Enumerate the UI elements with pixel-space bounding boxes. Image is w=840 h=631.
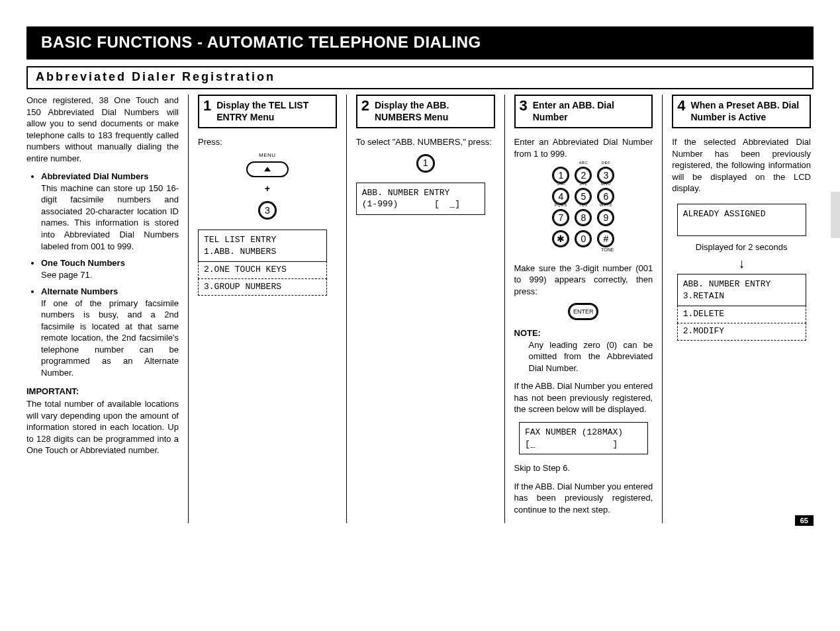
- keypad-key-3: 3: [258, 201, 277, 220]
- bullet-text: If one of the primary facsimile numbers …: [41, 298, 179, 378]
- menu-option-dashed: 1.DELETE: [677, 306, 806, 323]
- enter-key: ENTER: [568, 303, 598, 320]
- step-title: Enter an ABB. Dial Number: [533, 99, 648, 123]
- step-number: 1: [202, 99, 212, 113]
- lcd-screen: FAX NUMBER (128MAX) [_ ]: [519, 422, 648, 454]
- lcd-line: TEL LIST ENTRY: [204, 235, 276, 245]
- step1-press: Press:: [198, 136, 337, 148]
- page-header: BASIC FUNCTIONS - AUTOMATIC TELEPHONE DI…: [26, 26, 814, 60]
- keypad-key-star: ✱: [552, 230, 569, 247]
- dial-keypad: 1 ABC2 DEF3 GHI4 JKL5 MNO6 PQRS7 TUV8 WX…: [551, 166, 615, 255]
- key-letters: WXYZ: [600, 202, 612, 208]
- lcd-line: ABB. NUMBER ENTRY: [683, 279, 771, 289]
- keypad-key-0: 0: [575, 230, 592, 247]
- step-header: 4 When a Preset ABB. Dial Number is Acti…: [672, 95, 811, 128]
- section-title: Abbreviated Dialer Registration: [26, 66, 814, 89]
- key-letters: MNO: [601, 181, 612, 187]
- bullet-abb-dial: Abbreviated Dial Numbers This machine ca…: [41, 171, 179, 252]
- menu-key: MENU: [198, 152, 337, 178]
- menu-option-dashed: 2.ONE TOUCH KEYS: [198, 261, 327, 279]
- page-title: BASIC FUNCTIONS - AUTOMATIC TELEPHONE DI…: [41, 33, 481, 51]
- step-number: 3: [518, 99, 529, 113]
- arrow-down-icon: ↓: [672, 257, 811, 270]
- step-4-column: 4 When a Preset ABB. Dial Number is Acti…: [662, 95, 814, 523]
- key-letters: GHI: [557, 181, 565, 187]
- keypad-key-9: 9: [597, 209, 614, 226]
- lcd-line: FAX NUMBER (128MAX): [525, 427, 623, 437]
- intro-para: Once registered, 38 One Touch and 150 Ab…: [26, 95, 179, 164]
- step-title: Display the ABB. NUMBERS Menu: [375, 99, 490, 123]
- step-header: 2 Display the ABB. NUMBERS Menu: [356, 95, 495, 128]
- step3-text3: If the ABB. Dial Number you entered has …: [514, 380, 653, 415]
- step-title: When a Preset ABB. Dial Number is Active: [691, 99, 806, 123]
- page-number: 65: [800, 517, 808, 525]
- note-head: NOTE:: [514, 327, 653, 339]
- step4-text1: If the selected Abbreviated Dial Number …: [672, 136, 811, 194]
- key-letters: ABC: [579, 160, 588, 165]
- bullet-alternate: Alternate Numbers If one of the primary …: [41, 286, 179, 378]
- plus-icon: +: [198, 183, 337, 195]
- step3-text1: Enter an Abbreviated Dial Number from 1 …: [514, 136, 653, 159]
- lcd-line: ALREADY ASSIGNED: [683, 209, 766, 219]
- step2-text: To select "ABB. NUMBERS," press:: [356, 136, 495, 148]
- keypad-key-7: 7: [552, 209, 569, 226]
- section-title-text: Abbreviated Dialer Registration: [36, 70, 275, 83]
- step-2-column: 2 Display the ABB. NUMBERS Menu To selec…: [346, 95, 504, 523]
- lcd-line: 1.ABB. NUMBERS: [204, 247, 276, 257]
- bullet-head: Abbreviated Dial Numbers: [41, 171, 179, 183]
- lcd-line: ABB. NUMBER ENTRY: [362, 188, 450, 198]
- tel-list-menu: TEL LIST ENTRY 1.ABB. NUMBERS 2.ONE TOUC…: [198, 230, 327, 296]
- step-1-column: 1 Display the TEL LIST ENTRY Menu Press:…: [188, 95, 346, 523]
- page-number-badge: 65: [795, 515, 814, 526]
- step-3-column: 3 Enter an ABB. Dial Number Enter an Abb…: [504, 95, 663, 523]
- lcd-screen-already: ALREADY ASSIGNED: [677, 204, 806, 236]
- key-letters: JKL: [579, 181, 587, 187]
- key-letters: PQRS: [555, 202, 567, 208]
- bullet-text: See page 71.: [41, 270, 92, 280]
- lcd-line: [_ ]: [525, 439, 618, 449]
- key-letters: DEF: [602, 160, 611, 165]
- keypad-key-8: 8: [575, 209, 592, 226]
- lcd-screen: ABB. NUMBER ENTRY (1-999) [ _]: [356, 183, 485, 215]
- menu-key-label: MENU: [259, 152, 276, 159]
- bullet-head: Alternate Numbers: [41, 286, 179, 298]
- lcd-line: 3.RETAIN: [683, 291, 724, 301]
- step-number: 2: [360, 99, 371, 113]
- step-header: 1 Display the TEL LIST ENTRY Menu: [198, 95, 337, 128]
- menu-option-dashed: 3.GROUP NUMBERS: [198, 278, 327, 296]
- step-header: 3 Enter an ABB. Dial Number: [514, 95, 653, 128]
- lcd-screen: TEL LIST ENTRY 1.ABB. NUMBERS: [198, 230, 327, 262]
- tone-label: TONE: [596, 247, 615, 253]
- skip-text: Skip to Step 6.: [514, 462, 653, 474]
- note-text: Any leading zero (0) can be omitted from…: [529, 339, 653, 374]
- retain-menu: ABB. NUMBER ENTRY 3.RETAIN 1.DELETE 2.MO…: [677, 274, 806, 340]
- step-title: Display the TEL LIST ENTRY Menu: [216, 99, 332, 123]
- important-text: The total number of available locations …: [26, 398, 179, 456]
- step-number: 4: [676, 99, 686, 113]
- lcd-screen: ABB. NUMBER ENTRY 3.RETAIN: [677, 274, 806, 306]
- bullet-text: This machine can store up 150 16-digit f…: [41, 183, 179, 251]
- wait-text: Displayed for 2 seconds: [672, 241, 811, 253]
- step3-text2: Make sure the 3-digit number (001 to 999…: [514, 263, 653, 298]
- keypad-key-hash: #: [597, 230, 614, 247]
- menu-option-dashed: 2.MODIFY: [677, 323, 806, 341]
- intro-column: Once registered, 38 One Touch and 150 Ab…: [26, 95, 188, 523]
- menu-rocker-icon: [246, 161, 289, 177]
- bullet-one-touch: One Touch Numbers See page 71.: [41, 257, 179, 280]
- bullet-head: One Touch Numbers: [41, 257, 179, 269]
- lcd-line: (1-999) [ _]: [362, 199, 460, 209]
- enter-key-label: ENTER: [573, 308, 594, 316]
- keypad-key-1: 1: [416, 154, 435, 173]
- step3-text4: If the ABB. Dial Number you entered has …: [514, 481, 653, 516]
- thumb-tab: [831, 192, 840, 238]
- important-head: IMPORTANT:: [26, 386, 179, 398]
- key-letters: TUV: [579, 202, 588, 208]
